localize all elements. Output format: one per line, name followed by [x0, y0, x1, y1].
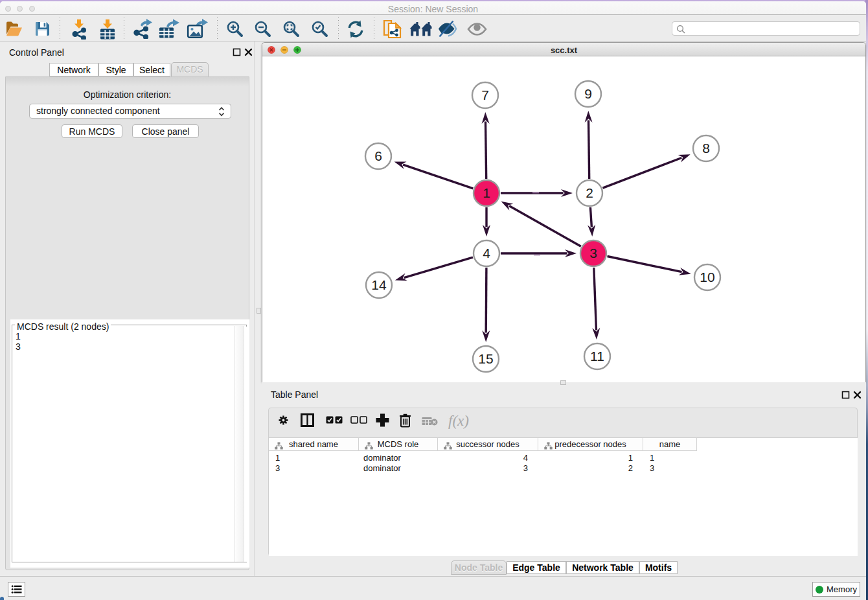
svg-text:7: 7 [481, 87, 489, 102]
svg-text:1: 1 [483, 185, 490, 200]
svg-text:15: 15 [478, 351, 493, 366]
svg-text:10: 10 [700, 270, 714, 284]
svg-text:14: 14 [371, 277, 387, 292]
svg-text:9: 9 [584, 86, 592, 101]
svg-text:8: 8 [702, 141, 710, 156]
svg-text:3: 3 [589, 246, 597, 260]
svg-text:11: 11 [590, 349, 604, 363]
svg-text:2: 2 [586, 185, 593, 200]
svg-text:6: 6 [374, 148, 382, 163]
svg-text:4: 4 [483, 246, 490, 260]
